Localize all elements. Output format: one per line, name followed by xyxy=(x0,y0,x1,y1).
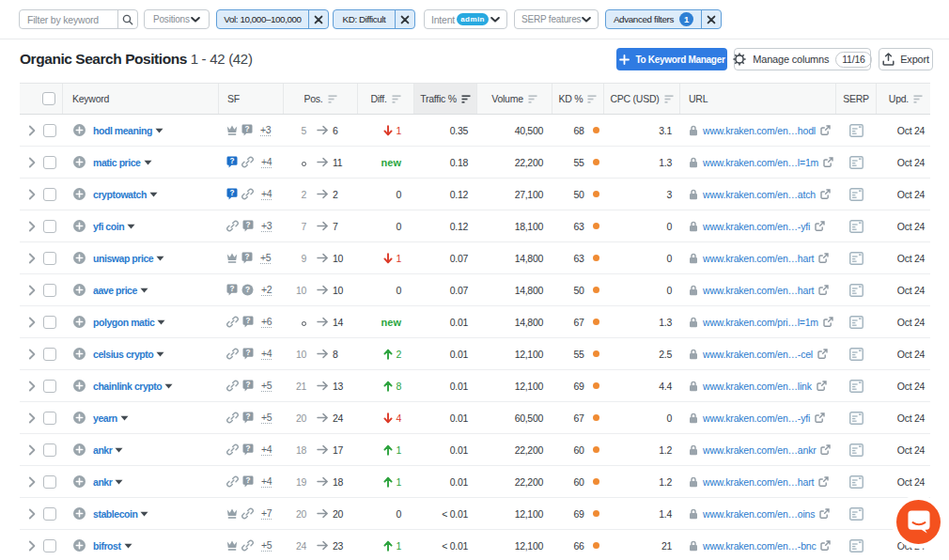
svg-text:?: ? xyxy=(245,221,250,229)
svg-text:?: ? xyxy=(245,444,250,453)
svg-text:?: ? xyxy=(245,317,250,325)
svg-text:?: ? xyxy=(229,189,234,197)
svg-text:?: ? xyxy=(245,381,250,389)
svg-text:?: ? xyxy=(229,285,234,293)
svg-text:?: ? xyxy=(229,157,234,165)
svg-text:?: ? xyxy=(244,125,249,133)
svg-text:?: ? xyxy=(245,476,250,485)
svg-text:?: ? xyxy=(245,349,250,357)
svg-text:?: ? xyxy=(245,285,250,294)
svg-text:?: ? xyxy=(244,253,249,261)
svg-text:?: ? xyxy=(245,412,250,421)
